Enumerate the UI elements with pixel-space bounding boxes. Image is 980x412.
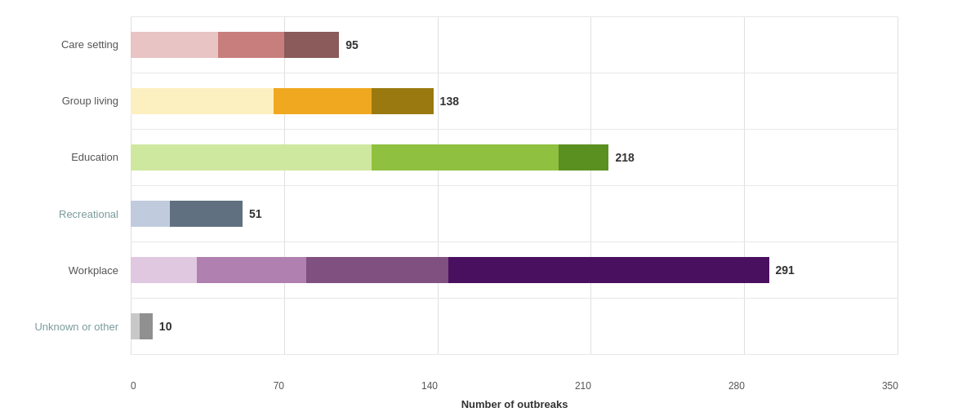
chart-row: 10 xyxy=(131,299,898,355)
bars-wrapper: 51 xyxy=(131,201,262,227)
x-tick: 140 xyxy=(421,380,438,392)
bar-segment xyxy=(218,32,284,58)
x-tick: 210 xyxy=(575,380,591,392)
bars-wrapper: 291 xyxy=(131,257,795,283)
y-label: Education xyxy=(0,129,127,185)
x-axis-title: Number of outbreaks xyxy=(131,398,898,410)
bars-wrapper: 218 xyxy=(131,144,635,171)
chart-row: 95 xyxy=(131,16,898,73)
y-label: Recreational xyxy=(0,186,127,242)
bar-segment xyxy=(559,144,609,171)
x-tick: 70 xyxy=(274,380,284,392)
bar-value-label: 51 xyxy=(249,207,262,220)
y-label: Workplace xyxy=(0,242,127,299)
bar-segment xyxy=(131,313,140,339)
bar-segment xyxy=(197,257,306,283)
y-label: Unknown or other xyxy=(0,299,127,355)
bar-segment xyxy=(131,88,274,114)
bar-segment xyxy=(448,257,768,283)
bar-segment xyxy=(131,144,372,171)
bar-segment xyxy=(284,32,339,58)
bar-segment xyxy=(306,257,449,283)
bars-wrapper: 10 xyxy=(131,313,172,339)
bar-value-label: 10 xyxy=(159,320,172,333)
chart-row: 51 xyxy=(131,186,898,242)
bar-value-label: 138 xyxy=(440,95,459,108)
bar-segment xyxy=(274,88,372,114)
bar-segment xyxy=(372,144,558,171)
bar-segment xyxy=(131,32,218,58)
rows-container: 951382185129110 xyxy=(131,16,898,355)
x-axis: 070140210280350 xyxy=(131,380,898,392)
x-tick: 280 xyxy=(728,380,745,392)
chart-area: Care settingGroup livingEducationRecreat… xyxy=(131,16,947,355)
bars-wrapper: 138 xyxy=(131,88,459,114)
chart-row: 291 xyxy=(131,242,898,299)
bar-segment xyxy=(372,88,433,114)
chart-row: 218 xyxy=(131,130,898,186)
bars-wrapper: 95 xyxy=(131,32,359,58)
bar-segment xyxy=(140,313,153,339)
y-axis-labels: Care settingGroup livingEducationRecreat… xyxy=(0,16,127,355)
chart-row: 138 xyxy=(131,73,898,130)
chart-container: Care settingGroup livingEducationRecreat… xyxy=(0,0,980,412)
bar-segment xyxy=(131,201,170,227)
bar-value-label: 95 xyxy=(345,38,359,51)
x-tick: 0 xyxy=(131,380,136,392)
x-tick: 350 xyxy=(882,380,898,392)
bar-value-label: 218 xyxy=(615,151,634,164)
bar-value-label: 291 xyxy=(776,264,795,277)
y-label: Group living xyxy=(0,73,127,129)
bar-segment xyxy=(170,201,243,227)
y-label: Care setting xyxy=(0,16,127,73)
bar-segment xyxy=(131,257,197,283)
